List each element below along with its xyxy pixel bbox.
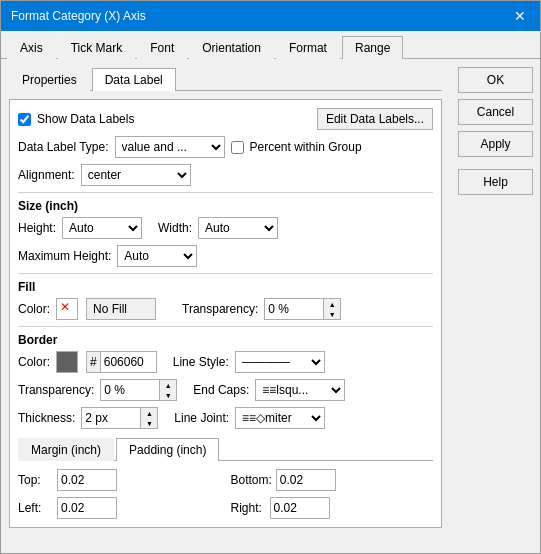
height-row: Height: Auto Width: Auto bbox=[18, 217, 433, 239]
tab-margin[interactable]: Margin (inch) bbox=[18, 438, 114, 461]
line-style-label: Line Style: bbox=[173, 355, 229, 369]
dialog-title: Format Category (X) Axis bbox=[11, 9, 146, 23]
fill-color-swatch[interactable] bbox=[56, 298, 78, 320]
height-label: Height: bbox=[18, 221, 56, 235]
max-height-label: Maximum Height: bbox=[18, 249, 111, 263]
line-style-select[interactable]: ———— bbox=[235, 351, 325, 373]
border-color-swatch[interactable] bbox=[56, 351, 78, 373]
thickness-spinner: 2 px ▲ ▼ bbox=[81, 407, 158, 429]
title-bar: Format Category (X) Axis ✕ bbox=[1, 1, 540, 31]
tab-font[interactable]: Font bbox=[137, 36, 187, 59]
transparency-label: Transparency: bbox=[182, 302, 258, 316]
transparency-spinner: 0 % ▲ ▼ bbox=[264, 298, 341, 320]
divider-1 bbox=[18, 192, 433, 193]
data-label-type-label: Data Label Type: bbox=[18, 140, 109, 154]
show-data-labels-label: Show Data Labels bbox=[37, 112, 134, 126]
close-button[interactable]: ✕ bbox=[510, 9, 530, 23]
sub-tabs: Properties Data Label bbox=[9, 67, 442, 91]
top-field: Top: 0.02 bbox=[18, 469, 221, 491]
tab-properties[interactable]: Properties bbox=[9, 68, 90, 91]
fill-color-label: Color: bbox=[18, 302, 50, 316]
border-transparency-label: Transparency: bbox=[18, 383, 94, 397]
border-transparency-row: Transparency: 0 % ▲ ▼ End Caps: ≡≡lsqu..… bbox=[18, 379, 433, 401]
transparency-down-btn[interactable]: ▼ bbox=[324, 309, 340, 319]
data-label-type-row: Data Label Type: value and ... Percent w… bbox=[18, 136, 433, 158]
left-input[interactable]: 0.02 bbox=[57, 497, 117, 519]
border-trans-down-btn[interactable]: ▼ bbox=[160, 390, 176, 400]
bottom-input[interactable]: 0.02 bbox=[276, 469, 336, 491]
thickness-row: Thickness: 2 px ▲ ▼ Line Joint: ≡≡◇miter bbox=[18, 407, 433, 429]
border-hash-input: # 606060 bbox=[86, 351, 157, 373]
edit-data-labels-button[interactable]: Edit Data Labels... bbox=[317, 108, 433, 130]
bottom-field: Bottom: 0.02 bbox=[231, 469, 434, 491]
line-joint-label: Line Joint: bbox=[174, 411, 229, 425]
tab-padding[interactable]: Padding (inch) bbox=[116, 438, 219, 461]
tab-axis[interactable]: Axis bbox=[7, 36, 56, 59]
no-fill-text: No Fill bbox=[86, 298, 156, 320]
help-button[interactable]: Help bbox=[458, 169, 533, 195]
border-color-hex-input[interactable]: 606060 bbox=[101, 352, 156, 372]
percent-within-group-checkbox[interactable] bbox=[231, 141, 244, 154]
border-transparency-input[interactable]: 0 % bbox=[100, 379, 160, 401]
margin-padding-tabs: Margin (inch) Padding (inch) bbox=[18, 437, 433, 461]
dialog: Format Category (X) Axis ✕ Axis Tick Mar… bbox=[0, 0, 541, 554]
tab-tick-mark[interactable]: Tick Mark bbox=[58, 36, 136, 59]
line-joint-select[interactable]: ≡≡◇miter bbox=[235, 407, 325, 429]
bottom-label: Bottom: bbox=[231, 473, 272, 487]
thickness-spinner-btns: ▲ ▼ bbox=[141, 407, 158, 429]
transparency-up-btn[interactable]: ▲ bbox=[324, 299, 340, 309]
width-select[interactable]: Auto bbox=[198, 217, 278, 239]
transparency-input[interactable]: 0 % bbox=[264, 298, 324, 320]
alignment-label: Alignment: bbox=[18, 168, 75, 182]
border-transparency-spinner: 0 % ▲ ▼ bbox=[100, 379, 177, 401]
max-height-row: Maximum Height: Auto bbox=[18, 245, 433, 267]
panel-content: Show Data Labels Edit Data Labels... Dat… bbox=[9, 99, 442, 528]
right-input[interactable]: 0.02 bbox=[270, 497, 330, 519]
ok-button[interactable]: OK bbox=[458, 67, 533, 93]
border-trans-up-btn[interactable]: ▲ bbox=[160, 380, 176, 390]
thickness-label: Thickness: bbox=[18, 411, 75, 425]
height-select[interactable]: Auto bbox=[62, 217, 142, 239]
size-section-label: Size (inch) bbox=[18, 199, 433, 213]
max-height-select[interactable]: Auto bbox=[117, 245, 197, 267]
border-trans-spinner-btns: ▲ ▼ bbox=[160, 379, 177, 401]
transparency-spinner-btns: ▲ ▼ bbox=[324, 298, 341, 320]
tab-format[interactable]: Format bbox=[276, 36, 340, 59]
width-label: Width: bbox=[158, 221, 192, 235]
thickness-input[interactable]: 2 px bbox=[81, 407, 141, 429]
divider-3 bbox=[18, 326, 433, 327]
alignment-select[interactable]: center bbox=[81, 164, 191, 186]
padding-grid: Top: 0.02 Bottom: 0.02 Left: 0.02 Right:… bbox=[18, 469, 433, 519]
fill-section-label: Fill bbox=[18, 280, 433, 294]
end-caps-label: End Caps: bbox=[193, 383, 249, 397]
thickness-up-btn[interactable]: ▲ bbox=[141, 408, 157, 418]
apply-button[interactable]: Apply bbox=[458, 131, 533, 157]
hash-sign: # bbox=[87, 352, 101, 372]
left-field: Left: 0.02 bbox=[18, 497, 221, 519]
left-panel: Properties Data Label Show Data Labels E… bbox=[1, 59, 450, 553]
border-color-row: Color: # 606060 Line Style: ———— bbox=[18, 351, 433, 373]
data-label-type-select[interactable]: value and ... bbox=[115, 136, 225, 158]
tab-data-label[interactable]: Data Label bbox=[92, 68, 176, 91]
percent-within-group-label: Percent within Group bbox=[250, 140, 362, 154]
main-tabs: Axis Tick Mark Font Orientation Format R… bbox=[1, 31, 540, 59]
show-data-labels-row: Show Data Labels Edit Data Labels... bbox=[18, 108, 433, 130]
right-field: Right: 0.02 bbox=[231, 497, 434, 519]
right-panel: OK Cancel Apply Help bbox=[450, 59, 540, 553]
content-area: Properties Data Label Show Data Labels E… bbox=[1, 59, 540, 553]
right-label: Right: bbox=[231, 501, 266, 515]
left-label: Left: bbox=[18, 501, 53, 515]
divider-2 bbox=[18, 273, 433, 274]
tab-orientation[interactable]: Orientation bbox=[189, 36, 274, 59]
alignment-row: Alignment: center bbox=[18, 164, 433, 186]
top-label: Top: bbox=[18, 473, 53, 487]
show-data-labels-checkbox[interactable] bbox=[18, 113, 31, 126]
tab-range[interactable]: Range bbox=[342, 36, 403, 59]
fill-row: Color: No Fill Transparency: 0 % ▲ ▼ bbox=[18, 298, 433, 320]
end-caps-select[interactable]: ≡≡lsqu... bbox=[255, 379, 345, 401]
border-color-label: Color: bbox=[18, 355, 50, 369]
thickness-down-btn[interactable]: ▼ bbox=[141, 418, 157, 428]
top-input[interactable]: 0.02 bbox=[57, 469, 117, 491]
border-section-label: Border bbox=[18, 333, 433, 347]
cancel-button[interactable]: Cancel bbox=[458, 99, 533, 125]
